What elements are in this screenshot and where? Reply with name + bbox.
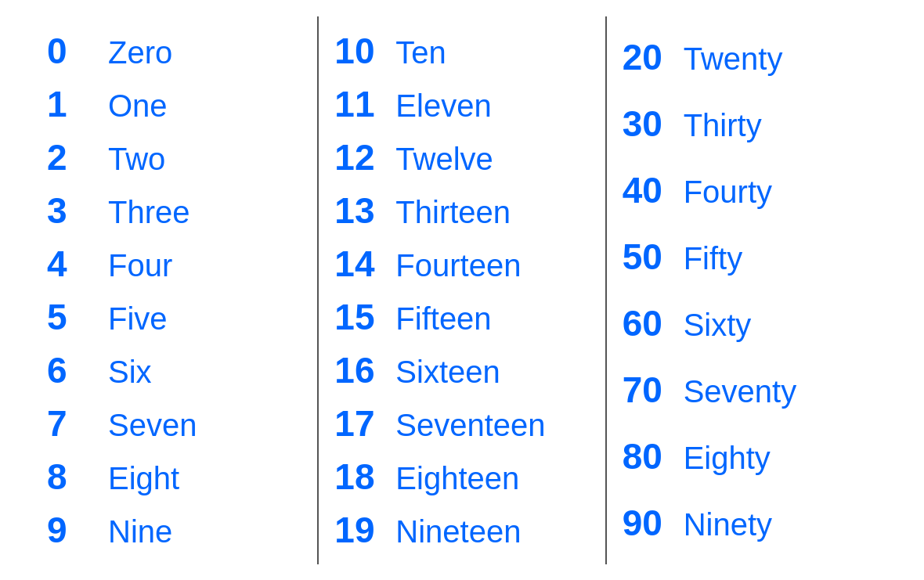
number-word: Twenty	[684, 41, 783, 77]
number-word: Seven	[108, 408, 197, 443]
number-word: Five	[108, 301, 168, 337]
main-container: 0Zero1One2Two3Three4Four5Five6Six7Seven8…	[31, 16, 893, 564]
column-0: 0Zero1One2Two3Three4Four5Five6Six7Seven8…	[31, 16, 319, 564]
number-word: Thirteen	[395, 195, 511, 230]
number-digit: 17	[334, 402, 381, 445]
number-row: 14Fourteen	[334, 243, 589, 285]
number-digit: 40	[623, 169, 670, 211]
number-row: 50Fifty	[623, 236, 877, 278]
number-word: Zero	[108, 35, 172, 70]
number-word: Eleven	[395, 88, 491, 124]
number-row: 70Seventy	[623, 369, 877, 411]
number-digit: 4	[47, 243, 94, 285]
number-word: Nineteen	[395, 514, 521, 549]
number-word: Two	[108, 142, 165, 177]
number-digit: 70	[623, 369, 670, 411]
number-row: 19Nineteen	[334, 509, 589, 551]
number-digit: 5	[47, 296, 94, 338]
number-digit: 90	[623, 502, 670, 544]
number-digit: 11	[334, 83, 381, 125]
number-word: Eight	[108, 461, 179, 496]
number-digit: 6	[47, 349, 94, 391]
number-row: 16Sixteen	[334, 349, 589, 391]
number-row: 3Three	[47, 189, 301, 232]
number-digit: 1	[47, 83, 94, 125]
number-word: Eighty	[684, 441, 771, 476]
number-row: 2Two	[47, 136, 301, 178]
number-row: 20Twenty	[623, 36, 877, 78]
number-row: 12Twelve	[334, 136, 589, 178]
number-digit: 16	[334, 349, 381, 391]
number-row: 13Thirteen	[334, 189, 589, 232]
number-digit: 12	[334, 136, 381, 178]
number-digit: 10	[334, 30, 381, 72]
number-word: Ninety	[684, 507, 772, 542]
number-row: 18Eighteen	[334, 456, 589, 498]
number-row: 1One	[47, 83, 301, 125]
number-row: 15Fifteen	[334, 296, 589, 338]
number-row: 60Sixty	[623, 302, 877, 344]
number-row: 30Thirty	[623, 103, 877, 145]
number-word: Three	[108, 195, 190, 230]
number-row: 80Eighty	[623, 435, 877, 477]
number-word: Four	[108, 248, 172, 283]
number-digit: 50	[623, 236, 670, 278]
number-digit: 30	[623, 103, 670, 145]
number-row: 5Five	[47, 296, 301, 338]
number-digit: 13	[334, 189, 381, 232]
number-word: Six	[108, 355, 152, 390]
number-row: 0Zero	[47, 30, 301, 72]
number-row: 9Nine	[47, 509, 301, 551]
number-word: Sixteen	[395, 355, 500, 390]
number-digit: 19	[334, 509, 381, 551]
number-word: Twelve	[395, 142, 493, 177]
number-row: 8Eight	[47, 456, 301, 498]
column-1: 10Ten11Eleven12Twelve13Thirteen14Fourtee…	[319, 16, 606, 564]
number-word: Nine	[108, 514, 172, 549]
number-word: Sixty	[684, 308, 752, 343]
number-word: Seventy	[684, 374, 797, 409]
number-word: Ten	[395, 35, 446, 70]
number-row: 4Four	[47, 243, 301, 285]
number-digit: 60	[623, 302, 670, 344]
number-digit: 20	[623, 36, 670, 78]
number-row: 10Ten	[334, 30, 589, 72]
number-row: 90Ninety	[623, 502, 877, 544]
number-row: 7Seven	[47, 402, 301, 445]
number-word: Thirty	[684, 108, 762, 143]
number-digit: 15	[334, 296, 381, 338]
number-digit: 14	[334, 243, 381, 285]
number-digit: 8	[47, 456, 94, 498]
number-digit: 80	[623, 435, 670, 477]
number-word: Fourty	[684, 175, 772, 210]
number-digit: 9	[47, 509, 94, 551]
column-2: 20Twenty30Thirty40Fourty50Fifty60Sixty70…	[607, 16, 893, 564]
number-row: 17Seventeen	[334, 402, 589, 445]
number-word: One	[108, 88, 168, 124]
number-digit: 18	[334, 456, 381, 498]
number-word: Fifteen	[395, 301, 491, 337]
number-digit: 2	[47, 136, 94, 178]
number-digit: 0	[47, 30, 94, 72]
number-row: 40Fourty	[623, 169, 877, 211]
number-row: 11Eleven	[334, 83, 589, 125]
number-word: Seventeen	[395, 408, 545, 443]
number-word: Eighteen	[395, 461, 519, 496]
number-word: Fourteen	[395, 248, 521, 283]
number-digit: 7	[47, 402, 94, 445]
number-word: Fifty	[684, 241, 743, 276]
number-row: 6Six	[47, 349, 301, 391]
number-digit: 3	[47, 189, 94, 232]
